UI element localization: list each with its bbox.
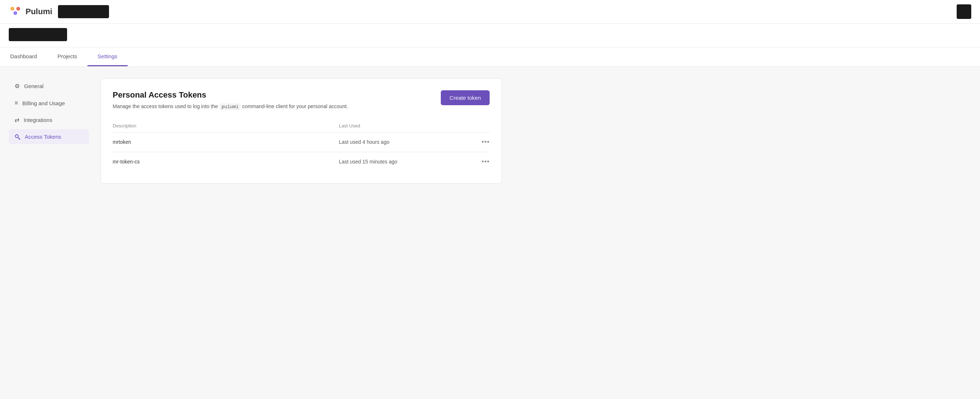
logo: Pulumi xyxy=(9,5,52,18)
logo-text: Pulumi xyxy=(25,7,52,16)
sidebar-item-integrations[interactable]: ⇄ Integrations xyxy=(9,112,89,128)
col-header-description: Description xyxy=(113,119,339,133)
svg-point-3 xyxy=(12,8,13,10)
token-actions-mrtoken[interactable]: ••• xyxy=(482,138,490,146)
sidebar-item-billing[interactable]: ≡ Billing and Usage xyxy=(9,95,89,111)
sidebar-item-general[interactable]: ⚙ General xyxy=(9,78,89,94)
panel-header-text: Personal Access Tokens Manage the access… xyxy=(113,90,348,111)
table-row: mrtoken Last used 4 hours ago ••• xyxy=(113,132,490,152)
panel-header: Personal Access Tokens Manage the access… xyxy=(113,90,490,111)
token-name-mrtoken: mrtoken xyxy=(113,139,131,145)
table-row: mr-token-cs Last used 15 minutes ago ••• xyxy=(113,152,490,171)
sub-header xyxy=(0,24,980,48)
header-left: Pulumi xyxy=(9,5,109,18)
sidebar: ⚙ General ≡ Billing and Usage ⇄ Integrat… xyxy=(9,78,89,184)
sidebar-label-access-tokens: Access Tokens xyxy=(25,134,61,140)
token-name-mr-token-cs: mr-token-cs xyxy=(113,159,140,165)
avatar[interactable] xyxy=(957,4,971,19)
account-badge xyxy=(9,28,67,41)
svg-point-4 xyxy=(18,8,19,10)
sidebar-label-general: General xyxy=(24,83,43,89)
billing-icon: ≡ xyxy=(14,100,18,106)
description-suffix: command-line client for your personal ac… xyxy=(240,103,348,109)
main-content: ⚙ General ≡ Billing and Usage ⇄ Integrat… xyxy=(0,66,511,195)
org-selector[interactable] xyxy=(58,5,109,18)
token-last-used-mr-token-cs: Last used 15 minutes ago xyxy=(339,159,397,165)
pulumi-logo-icon xyxy=(9,5,22,18)
svg-point-5 xyxy=(14,13,16,14)
nav-tabs: Dashboard Projects Settings xyxy=(0,48,980,66)
token-last-used-mrtoken: Last used 4 hours ago xyxy=(339,139,390,145)
gear-icon: ⚙ xyxy=(14,82,20,90)
tab-projects[interactable]: Projects xyxy=(47,48,87,66)
panel-description: Manage the access tokens used to log int… xyxy=(113,103,348,111)
create-token-button[interactable]: Create token xyxy=(441,90,490,105)
key-icon xyxy=(14,134,21,140)
description-code: pulumi xyxy=(220,103,241,110)
tokens-table: Description Last Used mrtoken Last used … xyxy=(113,119,490,171)
panel-title: Personal Access Tokens xyxy=(113,90,348,100)
description-prefix: Manage the access tokens used to log int… xyxy=(113,103,220,109)
col-header-last-used: Last Used xyxy=(339,119,471,133)
sidebar-item-access-tokens[interactable]: Access Tokens xyxy=(9,129,89,144)
tab-dashboard[interactable]: Dashboard xyxy=(0,48,47,66)
content-panel: Personal Access Tokens Manage the access… xyxy=(100,78,502,184)
tab-settings[interactable]: Settings xyxy=(88,48,127,66)
token-actions-mr-token-cs[interactable]: ••• xyxy=(482,158,490,165)
integrations-icon: ⇄ xyxy=(14,117,19,124)
sidebar-label-integrations: Integrations xyxy=(24,117,52,123)
sidebar-label-billing: Billing and Usage xyxy=(22,100,65,106)
col-header-actions xyxy=(471,119,490,133)
